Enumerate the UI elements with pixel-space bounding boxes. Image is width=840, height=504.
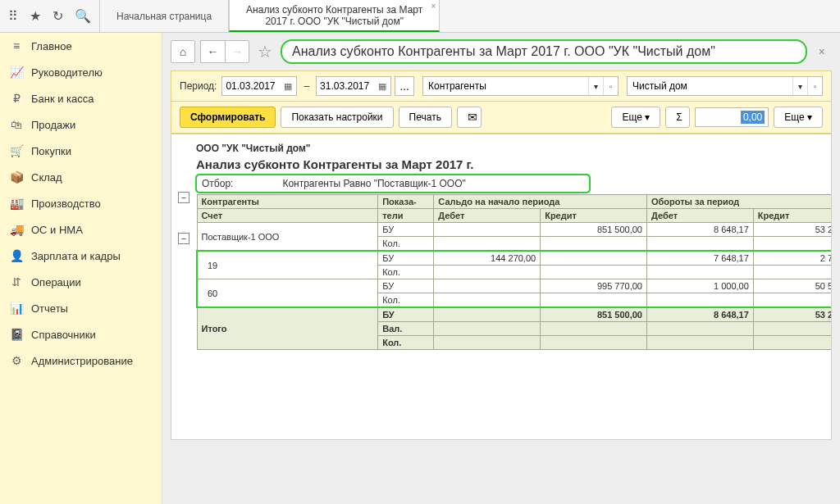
star-icon[interactable]: ★ [30,8,41,24]
search-icon[interactable]: 🔍 [75,8,91,24]
sidebar-item-label: Склад [31,171,62,184]
cart-icon: 🛒 [10,144,23,157]
barchart-icon: 📊 [10,302,23,315]
tab-start-page[interactable]: Начальная страница [99,0,229,32]
sidebar-item-main[interactable]: ≡Главное [0,33,162,59]
box-icon: 📦 [10,170,23,184]
sidebar-item-label: Покупки [31,145,71,157]
collapse-button[interactable]: − [178,192,189,203]
sidebar-item-label: ОС и НМА [31,224,83,236]
run-button[interactable]: Сформировать [180,107,276,128]
th-credit: Кредит [541,209,647,223]
sidebar-item-label: Администрирование [31,355,133,367]
more-button[interactable]: Еще ▾ [611,107,660,128]
factory-icon: 🏭 [10,197,23,210]
sidebar-item-label: Производство [31,198,101,210]
home-button[interactable]: ⌂ [171,40,195,63]
sidebar-item-os[interactable]: 🚚ОС и НМА [0,216,162,243]
th-account: Счет [197,209,378,223]
filter-row: Отбор: Контрагенты Равно "Поставщик-1 ОО… [196,175,590,193]
close-icon[interactable]: × [812,45,832,58]
favorite-icon[interactable]: ☆ [258,42,272,61]
filter-label: Отбор: [202,178,233,189]
bag-icon: 🛍 [10,118,23,131]
th-indicators2: тели [378,209,434,223]
open-icon[interactable]: ▫ [807,77,822,95]
sidebar-item-catalogs[interactable]: 📓Справочники [0,321,162,347]
calendar-icon[interactable]: ▦ [374,81,390,92]
settings-button[interactable]: Показать настройки [281,107,393,128]
sidebar-item-salary[interactable]: 👤Зарплата и кадры [0,243,162,269]
sidebar-item-admin[interactable]: ⚙Администрирование [0,347,162,374]
page-title: Анализ субконто Контрагенты за Март 2017… [281,39,807,64]
sidebar-item-label: Руководителю [31,66,103,79]
back-button[interactable]: ← [200,40,225,63]
period-label: Период: [180,80,217,92]
sidebar-item-warehouse[interactable]: 📦Склад [0,164,162,190]
chevron-down-icon[interactable]: ▾ [588,77,603,95]
report-table: Контрагенты Показа- Сальдо на начало пер… [196,194,832,350]
period-picker-button[interactable]: ... [395,76,414,96]
history-icon[interactable]: ↻ [52,8,63,24]
more2-button[interactable]: Еще ▾ [774,107,823,128]
chart-icon: 📈 [10,66,23,79]
sidebar-item-operations[interactable]: ⇵Операции [0,269,162,295]
table-total-row: Итого БУ 851 500,00 8 648,17 53 288,17 [197,307,832,322]
table-row[interactable]: 60 БУ 995 770,00 1 000,00 50 500,00 [197,279,832,293]
sidebar-item-sales[interactable]: 🛍Продажи [0,111,162,138]
tab-report[interactable]: Анализ субконто Контрагенты за Март 2017… [229,0,440,32]
calendar-icon[interactable]: ▦ [280,81,296,92]
sidebar: ≡Главное 📈Руководителю ₽Банк и касса 🛍Пр… [0,33,162,504]
sidebar-item-purchases[interactable]: 🛒Покупки [0,138,162,164]
subkonto-select[interactable]: ▾ ▫ [422,76,619,96]
filter-text: Контрагенты Равно "Поставщик-1 ООО" [282,178,465,189]
chevron-down-icon[interactable]: ▾ [792,77,807,95]
sidebar-item-reports[interactable]: 📊Отчеты [0,295,162,321]
sidebar-item-label: Главное [31,40,72,52]
sidebar-item-production[interactable]: 🏭Производство [0,190,162,216]
print-button[interactable]: Печать [399,107,452,128]
close-icon[interactable]: × [431,2,436,11]
th-turnover: Обороты за период [646,195,832,209]
sigma-button[interactable]: Σ [665,107,690,128]
sidebar-item-bank[interactable]: ₽Банк и касса [0,85,162,111]
top-bar: ⠿ ★ ↻ 🔍 Начальная страница Анализ субкон… [0,0,840,33]
gear-icon: ⚙ [10,354,23,367]
report-title: Анализ субконто Контрагенты за Март 2017… [196,156,832,175]
sidebar-item-manager[interactable]: 📈Руководителю [0,59,162,85]
forward-button[interactable]: → [225,40,249,63]
sigma-value[interactable]: 0,00 [695,107,769,127]
person-icon: 👤 [10,249,23,262]
sidebar-item-label: Отчеты [31,302,68,315]
open-icon[interactable]: ▫ [603,77,618,95]
ruble-icon: ₽ [10,92,23,105]
table-row[interactable]: Поставщик-1 ООО БУ 851 500,00 8 648,17 5… [197,223,832,237]
truck-icon: 🚚 [10,223,23,236]
sidebar-item-label: Операции [31,276,81,288]
menu-icon: ≡ [10,39,23,52]
th-saldo-start: Сальдо на начало периода [434,195,647,209]
date-to-input[interactable]: ▦ [316,76,391,96]
th-contragents: Контрагенты [197,195,378,209]
book-icon: 📓 [10,328,23,341]
table-row[interactable]: 19 БУ 144 270,00 7 648,17 2 788,17 [197,251,832,266]
apps-icon[interactable]: ⠿ [8,8,18,24]
sidebar-item-label: Продажи [31,119,75,131]
sidebar-item-label: Зарплата и кадры [31,250,121,262]
org-select[interactable]: ▾ ▫ [627,76,823,96]
sidebar-item-label: Справочники [31,329,96,341]
th-debit: Дебет [646,209,753,223]
date-from-input[interactable]: ▦ [221,76,297,96]
sidebar-item-label: Банк и касса [31,93,94,105]
arrows-icon: ⇵ [10,275,23,288]
th-indicators: Показа- [378,195,434,209]
th-credit: Кредит [753,209,832,223]
th-debit: Дебет [434,209,541,223]
collapse-button[interactable]: − [178,233,189,244]
dash: – [304,80,309,92]
org-name: ООО "УК "Чистый дом" [196,141,832,156]
mail-button[interactable]: ✉ [457,107,482,128]
